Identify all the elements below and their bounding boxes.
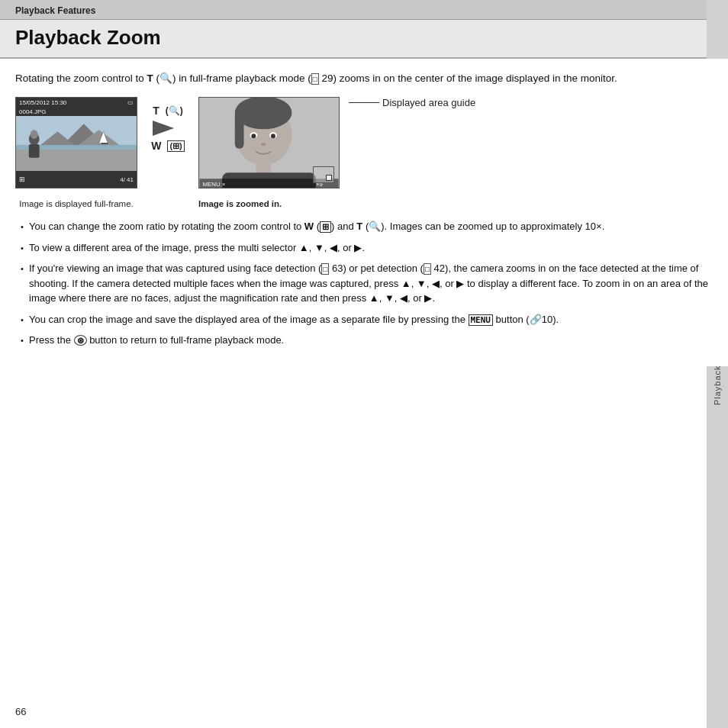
guide-label: Displayed area guide	[382, 97, 475, 108]
arrow-right-icon	[153, 117, 183, 140]
t-label: T	[147, 72, 153, 84]
cam-date: 15/05/2012 15:30	[19, 99, 66, 106]
svg-rect-15	[235, 111, 244, 149]
caption-spacer	[137, 199, 198, 208]
zoom-w-label: W (⊞)	[151, 140, 184, 152]
image-captions: Image is displayed full-frame. Image is …	[15, 199, 713, 208]
bullet-dot-5: •	[15, 334, 29, 347]
svg-point-20	[251, 134, 256, 138]
bullet-2: • To view a different area of the image,…	[15, 240, 713, 256]
page-number: 66	[15, 706, 26, 717]
scene-svg	[16, 116, 137, 171]
bullet-dot-1: •	[15, 221, 29, 234]
bullet-text-4: You can crop the image and save the disp…	[29, 312, 713, 327]
svg-text:MENU ×: MENU ×	[202, 181, 225, 188]
bullet-list: • You can change the zoom ratio by rotat…	[15, 219, 713, 348]
page-header: Playback Features	[0, 0, 728, 20]
bullet-dot-2: •	[15, 242, 29, 255]
camera-image-left: 15/05/2012 15:30 ▭ 0004.JPG	[15, 97, 137, 188]
cam-icon: ⊞	[19, 176, 25, 183]
bullet-dot-3: •	[15, 263, 29, 275]
guide-box-inner	[326, 175, 332, 181]
bullet-3: • If you're viewing an image that was ca…	[15, 261, 713, 306]
caption-right: Image is zoomed in.	[198, 199, 282, 208]
main-content: Rotating the zoom control to T (🔍) in fu…	[0, 59, 728, 366]
camera-image-right: MENU × ×9	[198, 97, 340, 188]
page-title-area: Playback Zoom	[0, 20, 728, 59]
svg-marker-11	[153, 121, 174, 136]
cam-bottom-bar: ⊞ 4/ 41	[16, 171, 137, 188]
bullet-text-1: You can change the zoom ratio by rotatin…	[29, 219, 713, 234]
svg-point-22	[261, 143, 266, 146]
svg-rect-9	[29, 144, 40, 158]
page-title: Playback Zoom	[15, 26, 713, 50]
caption-left: Image is displayed full-frame.	[15, 199, 137, 208]
guide-container: Displayed area guide	[346, 97, 475, 108]
svg-point-10	[31, 130, 38, 139]
magnifier-icon: 🔍	[159, 72, 172, 84]
bullet-4: • You can crop the image and save the di…	[15, 312, 713, 327]
bullet-text-3: If you're viewing an image that was capt…	[29, 261, 713, 306]
header-title: Playback Features	[15, 5, 95, 16]
cam-scene	[16, 116, 137, 171]
bullet-5: • Press the ⊛ button to return to full-f…	[15, 333, 713, 348]
guide-box	[313, 166, 334, 183]
diagram-area: 15/05/2012 15:30 ▭ 0004.JPG	[15, 97, 713, 188]
bullet-text-2: To view a different area of the image, p…	[29, 240, 713, 256]
ref-29: □	[311, 73, 319, 85]
cam-battery: ▭	[127, 99, 134, 106]
cam-info-bar: 15/05/2012 15:30 ▭	[16, 98, 137, 108]
zoom-control: T (🔍) W (⊞)	[137, 97, 198, 152]
svg-point-21	[271, 134, 275, 138]
zoom-t-label: T (🔍)	[153, 105, 182, 117]
bullet-1: • You can change the zoom ratio by rotat…	[15, 219, 713, 234]
cam-counter: 4/ 41	[120, 176, 134, 183]
cam-filename: 0004.JPG	[16, 108, 137, 116]
bullet-dot-4: •	[15, 314, 29, 327]
bullet-text-5: Press the ⊛ button to return to full-fra…	[29, 333, 713, 348]
intro-paragraph: Rotating the zoom control to T (🔍) in fu…	[15, 71, 713, 86]
svg-rect-7	[101, 143, 108, 144]
zoomed-scene: MENU × ×9	[199, 98, 339, 188]
guide-line	[349, 102, 379, 103]
